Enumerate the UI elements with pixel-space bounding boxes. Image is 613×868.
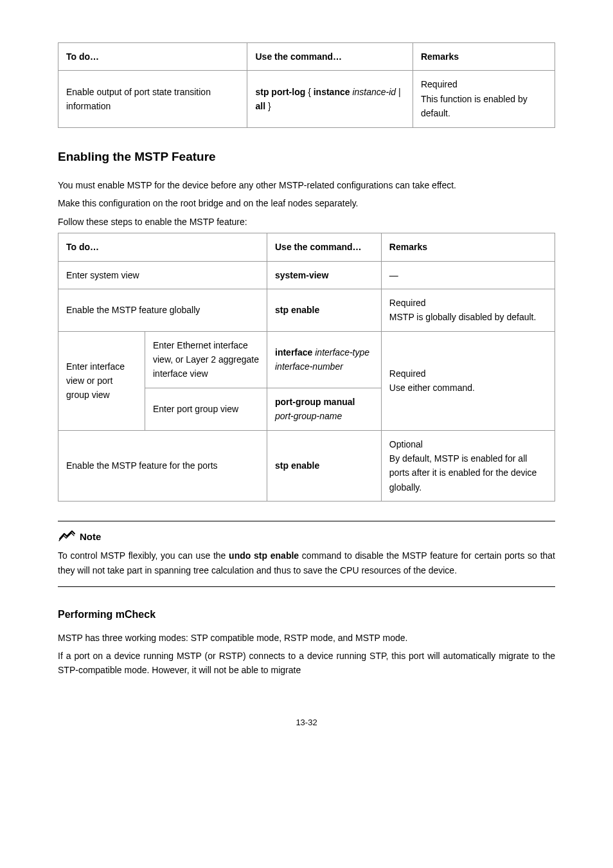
cell-cmd: stp enable: [267, 430, 382, 502]
col-remarks: Remarks: [413, 43, 555, 71]
paragraph: MSTP has three working modes: STP compat…: [58, 631, 555, 645]
table-row: Enter system view system-view —: [58, 261, 555, 289]
col-remarks: Remarks: [381, 233, 555, 261]
note-body: To control MSTP flexibly, you can use th…: [58, 548, 555, 577]
cell-remarks: Required This function is enabled by def…: [413, 71, 555, 127]
paragraph: Follow these steps to enable the MSTP fe…: [58, 215, 555, 229]
heading-enable-mstp: Enabling the MSTP Feature: [58, 147, 555, 167]
paragraph: If a port on a device running MSTP (or R…: [58, 649, 555, 678]
cell-todo-sub: Enter port group view: [145, 388, 267, 430]
cell-todo: Enter system view: [58, 261, 267, 289]
col-cmd: Use the command…: [267, 233, 382, 261]
cell-cmd: port-group manual port-group-name: [267, 388, 382, 430]
note-block: Note To control MSTP flexibly, you can u…: [58, 521, 555, 587]
note-label: Note: [80, 529, 101, 545]
cell-todo-group: Enter interface view or port group view: [58, 331, 145, 430]
table-row: Enable the MSTP feature globally stp ena…: [58, 289, 555, 331]
cell-cmd: stp enable: [267, 289, 382, 331]
cell-todo: Enable the MSTP feature globally: [58, 289, 267, 331]
cell-todo-sub: Enter Ethernet interface view, or Layer …: [145, 331, 267, 388]
cell-remarks: Optional By default, MSTP is enabled for…: [381, 430, 555, 502]
col-todo: To do…: [58, 43, 247, 71]
table-row: Enable the MSTP feature for the ports st…: [58, 430, 555, 502]
cell-remarks: —: [381, 261, 555, 289]
table-row: Enable output of port state transition i…: [58, 71, 555, 127]
table-enable-mstp: To do… Use the command… Remarks Enter sy…: [58, 233, 555, 502]
table-row: Enter interface view or port group view …: [58, 331, 555, 388]
table-port-log: To do… Use the command… Remarks Enable o…: [58, 42, 555, 128]
heading-mcheck: Performing mCheck: [58, 606, 555, 623]
page-number: 13-32: [58, 716, 555, 730]
note-icon: [58, 530, 76, 544]
paragraph: You must enable MSTP for the device befo…: [58, 178, 555, 192]
cell-todo: Enable output of port state transition i…: [58, 71, 247, 127]
cell-todo: Enable the MSTP feature for the ports: [58, 430, 267, 502]
col-cmd: Use the command…: [247, 43, 413, 71]
col-todo: To do…: [58, 233, 267, 261]
cell-cmd: stp port-log { instance instance-id | al…: [247, 71, 413, 127]
cell-cmd: interface interface-type interface-numbe…: [267, 331, 382, 388]
cell-cmd: system-view: [267, 261, 382, 289]
cell-remarks: Required MSTP is globally disabled by de…: [381, 289, 555, 331]
paragraph: Make this configuration on the root brid…: [58, 196, 555, 210]
cell-remarks: Required Use either command.: [381, 331, 555, 430]
